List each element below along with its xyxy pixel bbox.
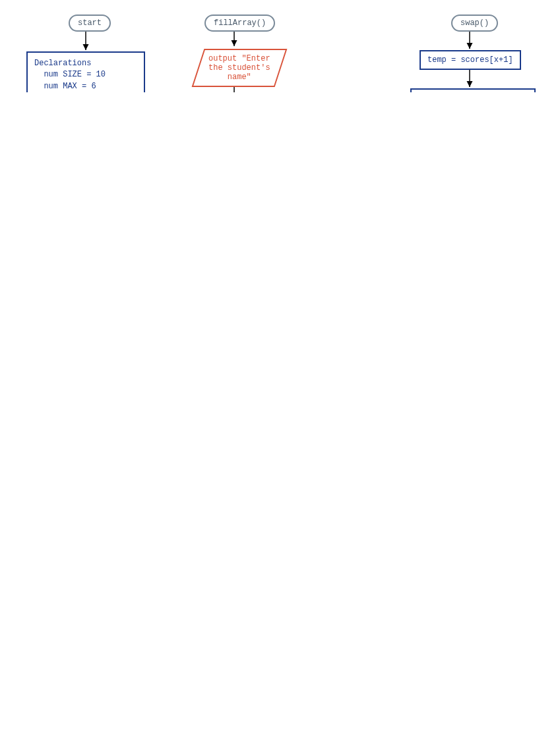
terminator-swap: swap() xyxy=(451,15,498,32)
label: output "Enter the student's name" xyxy=(208,54,270,82)
declarations-text: Declarations num SIZE = 10 num MAX = 6 s… xyxy=(34,59,134,92)
io-output-enter-name: output "Enter the student's name" xyxy=(192,49,287,87)
terminator-start: start xyxy=(69,15,111,32)
terminator-fillarray: fillArray() xyxy=(204,15,275,32)
process-swap-temp: temp = scores[x+1] xyxy=(420,50,521,70)
process-swap-assign1: scores[x+1] = scores[x] xyxy=(410,88,536,92)
label: fillArray() xyxy=(214,18,266,28)
label: swap() xyxy=(460,18,489,28)
label: temp = scores[x+1] xyxy=(427,55,513,65)
declarations-box: Declarations num SIZE = 10 num MAX = 6 s… xyxy=(26,51,145,92)
label: start xyxy=(78,18,102,28)
